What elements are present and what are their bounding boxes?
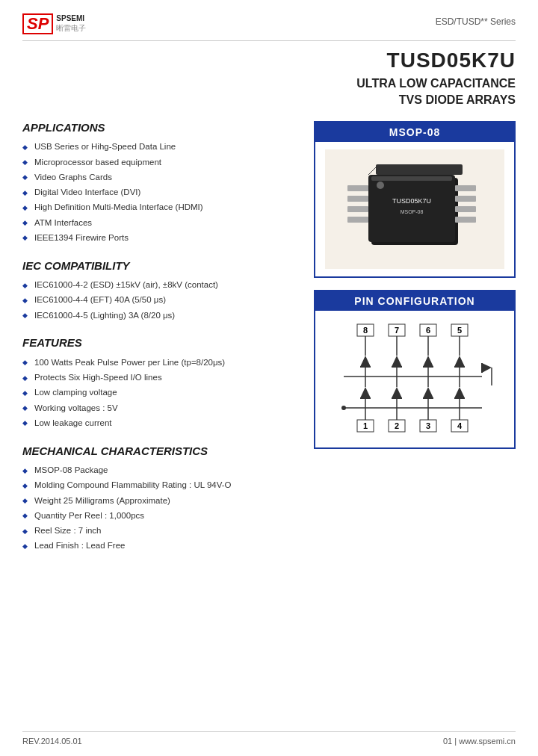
list-item: High Definition Multi-Media Interface (H… <box>22 200 299 215</box>
iec-section: IEC COMPATIBILITY IEC61000-4-2 (ESD) ±15… <box>22 259 299 323</box>
logo-area: SP SPSEMI 晰雷电子 <box>22 13 86 34</box>
list-item: Reel Size : 7 inch <box>22 524 299 539</box>
package-card-header: MSOP-08 <box>315 123 514 142</box>
svg-text:1: 1 <box>363 421 368 430</box>
chip-desc-line2: TVS DIODE ARRAYS <box>399 93 516 106</box>
chip-illustration: TUSD05K7U MSOP-08 <box>325 149 504 269</box>
chip-desc: ULTRA LOW CAPACITANCE TVS DIODE ARRAYS <box>22 75 516 109</box>
list-item: Quantity Per Reel : 1,000pcs <box>22 508 299 523</box>
svg-text:5: 5 <box>457 326 462 335</box>
applications-section: APPLICATIONS USB Series or Hihg-Speed Da… <box>22 121 299 246</box>
pin-config-body: 8 7 6 5 <box>315 311 514 447</box>
list-item: Digital Video Interface (DVI) <box>22 185 299 200</box>
list-item: Low leakage current <box>22 415 299 430</box>
list-item: IEEE1394 Firewire Ports <box>22 230 299 245</box>
footer-rev: REV.2014.05.01 <box>22 737 82 746</box>
list-item: Molding Compound Flammability Rating : U… <box>22 478 299 493</box>
header-series: ESD/TUSD** Series <box>436 13 516 27</box>
svg-text:7: 7 <box>395 326 399 335</box>
pin-config-card: PIN CONFIGURATION 8 7 6 5 <box>314 290 516 449</box>
features-list: 100 Watts Peak Pulse Power per Line (tp=… <box>22 355 299 430</box>
mechanical-list: MSOP-08 Package Molding Compound Flammab… <box>22 463 299 554</box>
svg-point-4 <box>377 182 384 189</box>
mechanical-title: MECHANICAL CHARACTERISTICS <box>22 444 299 457</box>
svg-rect-19 <box>321 318 508 438</box>
list-item: Working voltages : 5V <box>22 400 299 415</box>
chip-desc-line1: ULTRA LOW CAPACITANCE <box>356 77 516 90</box>
svg-text:6: 6 <box>426 326 430 335</box>
svg-rect-5 <box>347 185 368 191</box>
page: SP SPSEMI 晰雷电子 ESD/TUSD** Series TUSD05K… <box>0 0 538 756</box>
iec-title: IEC COMPATIBILITY <box>22 259 299 272</box>
list-item: Video Graphs Cards <box>22 170 299 185</box>
svg-text:8: 8 <box>363 326 368 335</box>
logo-box: SP SPSEMI 晰雷电子 <box>22 13 86 34</box>
list-item: Weight 25 Milligrams (Approximate) <box>22 493 299 508</box>
package-card: MSOP-08 <box>314 121 516 278</box>
svg-rect-6 <box>347 196 368 202</box>
features-section: FEATURES 100 Watts Peak Pulse Power per … <box>22 336 299 430</box>
pin-config-header: PIN CONFIGURATION <box>315 291 514 311</box>
svg-point-66 <box>341 406 346 410</box>
pin-diagram: 8 7 6 5 <box>321 318 508 438</box>
svg-text:4: 4 <box>457 421 463 430</box>
header: SP SPSEMI 晰雷电子 ESD/TUSD** Series <box>22 13 516 41</box>
list-item: MSOP-08 Package <box>22 463 299 478</box>
svg-rect-3 <box>371 176 452 181</box>
svg-rect-8 <box>347 217 368 223</box>
logo-cn: 晰雷电子 <box>56 23 86 34</box>
list-item: IEC61000-4-5 (Lighting) 3A (8/20 μs) <box>22 308 299 323</box>
list-item: USB Series or Hihg-Speed Data Line <box>22 140 299 155</box>
footer: REV.2014.05.01 01 | www.spsemi.cn <box>22 731 516 746</box>
svg-rect-18 <box>376 164 463 175</box>
list-item: IEC61000-4-2 (ESD) ±15kV (air), ±8kV (co… <box>22 278 299 293</box>
svg-text:TUSD05K7U: TUSD05K7U <box>392 197 431 205</box>
iec-list: IEC61000-4-2 (ESD) ±15kV (air), ±8kV (co… <box>22 278 299 323</box>
list-item: Microprocessor based equipment <box>22 155 299 170</box>
list-item: Protects Six High-Speed I/O lines <box>22 371 299 385</box>
svg-rect-12 <box>455 217 476 223</box>
main-content: APPLICATIONS USB Series or Hihg-Speed Da… <box>22 121 516 567</box>
list-item: ATM Interfaces <box>22 215 299 230</box>
title-section: TUSD05K7U ULTRA LOW CAPACITANCE TVS DIOD… <box>22 49 516 109</box>
svg-rect-10 <box>455 196 476 202</box>
list-item: 100 Watts Peak Pulse Power per Line (tp=… <box>22 355 299 370</box>
left-column: APPLICATIONS USB Series or Hihg-Speed Da… <box>22 121 299 567</box>
svg-rect-7 <box>347 206 368 212</box>
svg-text:3: 3 <box>426 421 430 430</box>
chip-model: TUSD05K7U <box>22 49 516 72</box>
svg-rect-9 <box>455 185 476 191</box>
svg-text:2: 2 <box>395 421 399 430</box>
right-column: MSOP-08 <box>314 121 516 567</box>
footer-page: 01 | www.spsemi.cn <box>443 737 516 746</box>
list-item: IEC61000-4-4 (EFT) 40A (5/50 μs) <box>22 293 299 308</box>
logo-sp-icon: SP <box>22 13 53 34</box>
applications-list: USB Series or Hihg-Speed Data Line Micro… <box>22 140 299 246</box>
applications-title: APPLICATIONS <box>22 121 299 134</box>
package-card-body: TUSD05K7U MSOP-08 <box>315 142 514 276</box>
svg-text:MSOP-08: MSOP-08 <box>401 209 424 214</box>
features-title: FEATURES <box>22 336 299 349</box>
list-item: Lead Finish : Lead Free <box>22 539 299 554</box>
mechanical-section: MECHANICAL CHARACTERISTICS MSOP-08 Packa… <box>22 444 299 554</box>
list-item: Low clamping voltage <box>22 385 299 400</box>
svg-rect-11 <box>455 206 476 212</box>
logo-name: SPSEMI <box>56 14 86 23</box>
